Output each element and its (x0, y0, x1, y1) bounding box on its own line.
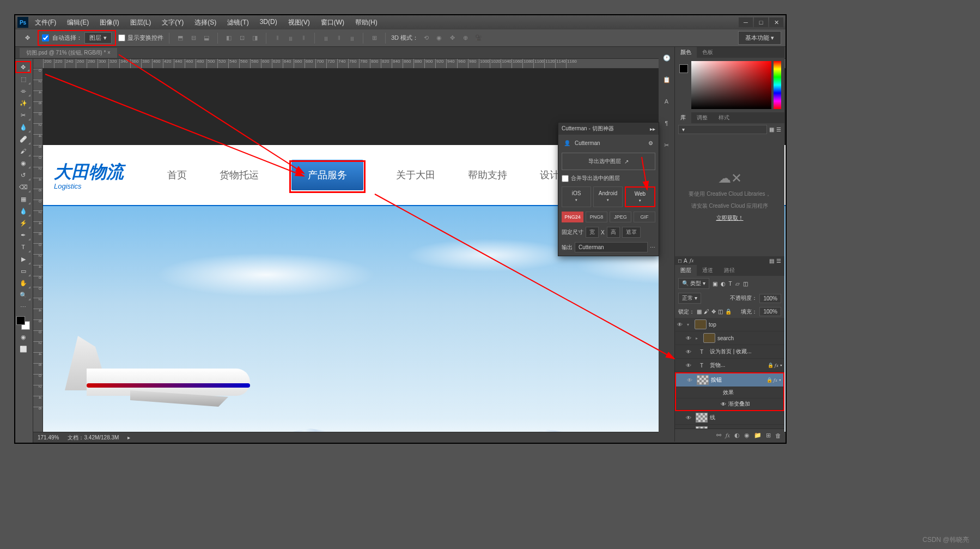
menu-选择(S)[interactable]: 选择(S) (192, 17, 218, 28)
path-select-tool[interactable]: ▶ (15, 253, 31, 265)
format-png8[interactable]: PNG8 (586, 212, 607, 222)
3d-icon4[interactable]: ⊕ (460, 33, 471, 44)
menu-窗口(W)[interactable]: 窗口(W) (319, 17, 346, 28)
brush-tool[interactable]: 🖌 (15, 145, 31, 157)
healing-tool[interactable]: 🩹 (15, 133, 31, 145)
properties-icon[interactable]: 📋 (659, 74, 674, 85)
hand-tool[interactable]: ✋ (15, 277, 31, 289)
filter-shape-icon[interactable]: ▱ (735, 281, 740, 287)
3d-icon1[interactable]: ⟲ (421, 33, 431, 44)
export-selection-button[interactable]: 导出选中图层 ↗ (562, 153, 655, 170)
align-bottom-icon[interactable]: ⬓ (201, 33, 212, 44)
3d-icon2[interactable]: ◉ (434, 33, 445, 44)
platform-web[interactable]: Web▾ (625, 186, 655, 207)
distribute-icon2[interactable]: ⫼ (285, 33, 296, 44)
align-right-icon[interactable]: ◨ (249, 33, 260, 44)
align-top-icon[interactable]: ⬒ (175, 33, 186, 44)
maximize-button[interactable]: □ (754, 17, 768, 27)
height-input[interactable]: 高 (607, 227, 620, 238)
tab-color[interactable]: 颜色 (675, 47, 697, 58)
blur-tool[interactable]: 💧 (15, 205, 31, 217)
layer-fx-indicator[interactable]: 🔒 𝑓𝑥 ▾ (766, 377, 781, 383)
delete-layer-icon[interactable]: 🗑 (775, 432, 781, 439)
edit-toolbar[interactable]: ⋯ (15, 301, 31, 313)
lib-dropdown[interactable]: ▾ (678, 125, 767, 134)
grid-view-icon[interactable]: ▦ (769, 126, 774, 132)
close-button[interactable]: ✕ (769, 17, 783, 27)
menu-图像(I)[interactable]: 图像(I) (98, 17, 121, 28)
color-field[interactable] (691, 61, 771, 109)
format-gif[interactable]: GIF (634, 212, 655, 222)
menu-帮助(H)[interactable]: 帮助(H) (353, 17, 380, 28)
color-swatch[interactable] (15, 315, 31, 331)
pen-tool[interactable]: ✒ (15, 229, 31, 241)
layer-visibility-icon[interactable]: 👁 (686, 349, 693, 355)
list-view-icon[interactable]: ☰ (776, 126, 781, 132)
document-tab[interactable]: 切图.psd @ 71% (按钮, RGB/8) * × (20, 48, 117, 58)
lasso-tool[interactable]: ⌯ (15, 85, 31, 97)
filter-kind-dropdown[interactable]: 🔍 类型 ▾ (678, 278, 709, 289)
layer-row[interactable]: 👁线 (675, 411, 784, 425)
layer-row[interactable]: 效果 (676, 387, 783, 399)
layer-row[interactable]: 👁 渐变叠加 (676, 399, 783, 410)
menu-文字(Y)[interactable]: 文字(Y) (160, 17, 186, 28)
lock-pixels-icon[interactable]: 🖌 (704, 309, 709, 315)
blend-mode-dropdown[interactable]: 正常 ▾ (678, 293, 701, 304)
auto-select-dropdown[interactable]: 图层 ▾ (84, 32, 112, 44)
tab-libraries[interactable]: 库 (675, 112, 691, 123)
lock-position-icon[interactable]: ✥ (711, 309, 716, 315)
cutterman-collapse-icon[interactable]: ▸▸ (650, 126, 655, 132)
fx-icon[interactable]: 𝑓𝑥 (690, 257, 693, 264)
link-layers-icon[interactable]: ⚯ (716, 432, 721, 439)
layer-row[interactable]: 👁▾top (675, 318, 784, 331)
layer-visibility-icon[interactable]: 👁 (687, 377, 695, 383)
lock-artboard-icon[interactable]: ◫ (718, 309, 723, 315)
cutterman-title-bar[interactable]: Cutterman - 切图神器 ▸▸ (558, 123, 659, 135)
foreground-color[interactable] (16, 316, 25, 325)
text-tool[interactable]: T (15, 241, 31, 253)
menu-文件(F)[interactable]: 文件(F) (33, 17, 58, 28)
filter-text-icon[interactable]: T (729, 281, 732, 287)
menu-滤镜(T)[interactable]: 滤镜(T) (225, 17, 251, 28)
tab-channels[interactable]: 通道 (697, 265, 719, 276)
new-group-icon[interactable]: 📁 (754, 432, 762, 439)
tab-layers[interactable]: 图层 (675, 265, 697, 276)
zoom-status[interactable]: 171.49% (38, 435, 59, 441)
tab-adjustments[interactable]: 调整 (691, 112, 713, 123)
eraser-tool[interactable]: ⌫ (15, 181, 31, 193)
tab-styles[interactable]: 样式 (713, 112, 735, 123)
layer-visibility-icon[interactable]: 👁 (686, 415, 693, 421)
align-hcenter-icon[interactable]: ⊡ (236, 33, 247, 44)
3d-icon3[interactable]: ✥ (447, 33, 458, 44)
fx-icon[interactable]: A (684, 258, 687, 264)
marquee-tool[interactable]: ⬚ (15, 73, 31, 85)
tab-paths[interactable]: 路径 (719, 265, 740, 276)
paragraph-icon[interactable]: ¶ (659, 118, 674, 129)
history-icon[interactable]: 🕐 (659, 52, 674, 63)
filter-smart-icon[interactable]: ◫ (743, 281, 748, 287)
crop-perspective-icon[interactable]: ✂ (659, 140, 674, 150)
hue-slider[interactable] (774, 61, 781, 109)
move-tool[interactable]: ✥ (15, 61, 31, 73)
filter-pixel-icon[interactable]: ▣ (713, 281, 717, 287)
filter-adjust-icon[interactable]: ◐ (721, 281, 726, 287)
fx-icon[interactable]: □ (678, 258, 681, 264)
layer-row[interactable]: 👁▸search (675, 331, 784, 345)
opacity-input[interactable]: 100% (759, 294, 781, 303)
merge-export-checkbox[interactable]: 合并导出选中的图层 (562, 174, 655, 182)
distribute-icon4[interactable]: ⫼ (320, 33, 331, 44)
layer-row[interactable]: 👁按钮🔒 𝑓𝑥 ▾ (676, 373, 783, 387)
lock-transparency-icon[interactable]: ▦ (697, 309, 702, 315)
layer-row[interactable]: 👁T设为首页 | 收藏... (675, 345, 784, 359)
eyedropper-tool[interactable]: 💧 (15, 121, 31, 133)
character-icon[interactable]: A (659, 96, 674, 107)
format-jpeg[interactable]: JPEG (610, 212, 631, 222)
crop-tool[interactable]: ✂ (15, 109, 31, 121)
distribute-icon3[interactable]: ⫴ (298, 33, 309, 44)
platform-ios[interactable]: iOS▾ (562, 186, 591, 207)
shape-tool[interactable]: ▭ (15, 265, 31, 277)
screen-mode-tool[interactable]: ⬜ (15, 343, 31, 355)
layer-visibility-icon[interactable]: 👁 (686, 363, 693, 369)
fill-input[interactable]: 100% (759, 307, 781, 316)
get-now-link[interactable]: 立即获取！ (716, 214, 744, 222)
